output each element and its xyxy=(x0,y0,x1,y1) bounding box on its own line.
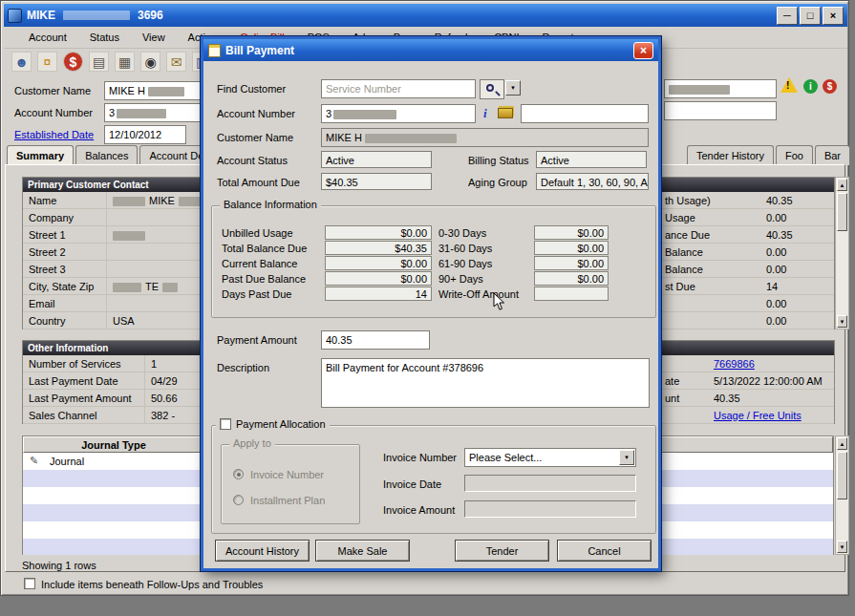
dialog-customer-name-label: Customer Name xyxy=(217,132,293,143)
payment-amount-input[interactable] xyxy=(321,330,430,350)
account-history-button[interactable]: Account History xyxy=(215,540,310,562)
find-customer-input[interactable] xyxy=(321,79,476,98)
apply-to-legend: Apply to xyxy=(229,437,275,449)
payment-allocation-legend: Payment Allocation xyxy=(216,418,330,430)
minimize-button[interactable]: ─ xyxy=(777,7,798,25)
cart-icon[interactable]: ¤ xyxy=(37,52,57,72)
tab-tender-history[interactable]: Tender History xyxy=(687,145,774,165)
unbilled-usage-label: Unbilled Usage xyxy=(222,227,293,239)
unbilled-usage-value: $0.00 xyxy=(325,225,432,240)
description-label: Description xyxy=(217,362,269,373)
header-field-fragment-2[interactable] xyxy=(664,101,777,120)
dialog-customer-name-field: MIKE H xyxy=(321,128,649,147)
mail-icon[interactable]: ✉ xyxy=(166,52,186,72)
menu-account[interactable]: Account xyxy=(29,32,67,43)
days-past-due-value: 14 xyxy=(325,287,432,301)
days-0-30-value: $0.00 xyxy=(534,225,609,240)
days-90-plus-label: 90+ Days xyxy=(438,273,483,285)
info-icon[interactable]: i xyxy=(803,79,818,94)
tab-balances[interactable]: Balances xyxy=(75,145,138,165)
usage-free-units-link[interactable]: Usage / Free Units xyxy=(714,410,802,421)
camera-icon[interactable]: ◉ xyxy=(140,52,160,72)
printer-icon[interactable]: ▦ xyxy=(115,52,135,72)
invoice-date-label: Invoice Date xyxy=(383,478,441,490)
current-balance-label: Current Balance xyxy=(222,258,298,269)
invoice-amount-label: Invoice Amount xyxy=(383,504,455,516)
invoice-number-option-label: Invoice Number xyxy=(250,469,324,480)
tab-summary[interactable]: Summary xyxy=(7,145,74,165)
scrollbar-thumb[interactable] xyxy=(837,452,847,499)
billing-status-label: Billing Status xyxy=(468,155,529,166)
include-items-checkbox[interactable] xyxy=(24,578,35,589)
close-button[interactable]: × xyxy=(823,7,844,25)
account-info-icon[interactable]: i xyxy=(483,106,487,121)
total-amount-due-field: $40.35 xyxy=(321,173,432,190)
account-link[interactable]: 7669866 xyxy=(714,358,755,370)
warning-icon[interactable]: ! xyxy=(780,77,798,93)
make-sale-button[interactable]: Make Sale xyxy=(315,540,410,562)
scroll-down-icon[interactable]: ▼ xyxy=(837,315,847,328)
total-balance-due-value: $40.35 xyxy=(325,241,432,255)
cash-icon[interactable] xyxy=(498,108,513,118)
invoice-number-radio[interactable] xyxy=(233,469,244,479)
search-button[interactable] xyxy=(480,79,504,99)
dialog-account-extra-field[interactable] xyxy=(521,104,649,123)
journal-scrollbar[interactable]: ▲ ▼ xyxy=(835,435,849,555)
scrollbar-thumb[interactable] xyxy=(837,193,847,231)
dialog-title-bar: Bill Payment × xyxy=(203,39,658,61)
search-dropdown-icon[interactable]: ▼ xyxy=(505,80,521,96)
account-status-field: Active xyxy=(321,151,432,168)
total-balance-due-label: Total Balance Due xyxy=(222,243,307,254)
installment-plan-radio[interactable] xyxy=(233,495,244,505)
aging-group-label: Aging Group xyxy=(468,177,527,188)
combo-dropdown-icon[interactable]: ▼ xyxy=(619,450,634,465)
established-date-field[interactable]: 12/10/2012 xyxy=(104,125,186,144)
payment-allocation-checkbox[interactable] xyxy=(220,418,231,430)
tab-foo[interactable]: Foo xyxy=(776,145,813,165)
menu-status[interactable]: Status xyxy=(90,32,119,43)
tab-bar[interactable]: Bar xyxy=(815,145,850,165)
past-due-balance-value: $0.00 xyxy=(325,271,432,286)
journal-type-header[interactable]: Journal Type xyxy=(23,436,204,453)
balance-group-legend: Balance Information xyxy=(220,199,321,210)
customer-icon[interactable]: ☻ xyxy=(11,52,32,72)
established-date-link[interactable]: Established Date xyxy=(14,129,94,140)
scroll-down-icon[interactable]: ▼ xyxy=(837,541,847,553)
payment-dollar-icon[interactable]: $ xyxy=(63,52,83,72)
app-icon xyxy=(8,9,22,23)
dialog-account-number-field[interactable]: 3 xyxy=(321,104,476,123)
title-redaction xyxy=(63,11,130,20)
days-past-due-label: Days Past Due xyxy=(222,288,291,300)
days-31-60-label: 31-60 Days xyxy=(438,243,492,254)
tender-button[interactable]: Tender xyxy=(455,540,549,562)
past-due-balance-label: Past Due Balance xyxy=(222,273,306,285)
header-field-fragment-1[interactable] xyxy=(664,79,777,98)
scroll-up-icon[interactable]: ▲ xyxy=(837,437,847,450)
invoice-date-field xyxy=(464,475,636,492)
days-61-90-label: 61-90 Days xyxy=(438,258,492,269)
dialog-close-button[interactable]: × xyxy=(633,42,653,59)
total-amount-due-label: Total Amount Due xyxy=(217,177,300,188)
receipt-icon[interactable]: ▤ xyxy=(89,52,109,72)
pencil-icon: ✎ xyxy=(30,455,38,467)
description-input[interactable]: Bill Payment for Account #378696 xyxy=(321,358,650,408)
cancel-button[interactable]: Cancel xyxy=(557,540,652,562)
customer-name-label: Customer Name xyxy=(14,85,91,96)
balance-alert-icon[interactable]: $ xyxy=(823,79,837,94)
days-31-60-value: $0.00 xyxy=(534,241,609,255)
account-status-label: Account Status xyxy=(217,155,288,166)
scroll-up-icon[interactable]: ▲ xyxy=(837,179,847,191)
invoice-amount-field xyxy=(464,500,636,518)
find-customer-label: Find Customer xyxy=(217,83,286,95)
tab-strip-left: Summary Balances Account Detail xyxy=(7,145,228,165)
invoice-number-select[interactable]: Please Select... ▼ xyxy=(464,448,636,467)
usage-panel-scrollbar[interactable]: ▲ ▼ xyxy=(835,177,849,329)
billing-status-field: Active xyxy=(536,151,647,168)
menu-view[interactable]: View xyxy=(142,32,165,43)
apply-to-group: Apply to Invoice Number Installment Plan xyxy=(221,444,360,524)
maximize-button[interactable]: □ xyxy=(800,7,821,25)
search-icon xyxy=(486,84,494,92)
payment-amount-label: Payment Amount xyxy=(217,334,297,346)
dialog-icon xyxy=(208,44,221,57)
current-balance-value: $0.00 xyxy=(325,256,432,270)
